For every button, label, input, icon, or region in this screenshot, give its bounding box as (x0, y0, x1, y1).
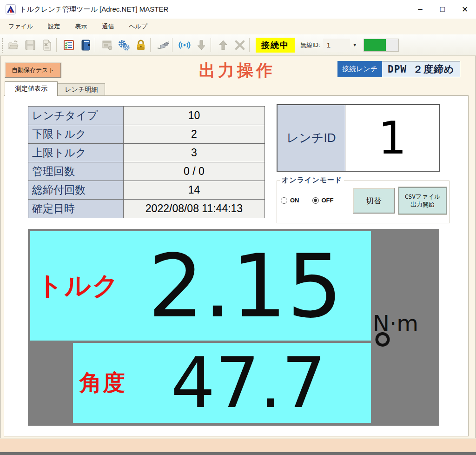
radio-on[interactable]: ON (281, 197, 299, 204)
wrench-id-value: 1 (345, 105, 439, 171)
close-button[interactable]: ✕ (454, 0, 476, 19)
toolbar-separator (150, 38, 151, 52)
toolbar-separator (95, 38, 95, 52)
minimize-button[interactable]: – (409, 0, 431, 19)
checklist-icon[interactable] (62, 38, 76, 52)
up-arrow-icon[interactable] (216, 38, 230, 52)
open-file-icon[interactable] (7, 38, 20, 52)
table-row: 管理回数 0 / 0 (28, 162, 265, 181)
serial-cable-icon[interactable] (156, 38, 170, 52)
csv-output-button-line1: CSVファイル (405, 193, 441, 201)
toolbar: 接続中 無線ID: 1 ▼ (0, 34, 476, 56)
angle-unit-label: ° (371, 328, 394, 374)
row-value: 0 / 0 (124, 162, 265, 181)
wireless-id-select[interactable]: 1 (323, 39, 350, 52)
row-label: レンチタイプ (28, 107, 124, 125)
window-controls: – □ ✕ (409, 0, 476, 19)
measurement-display-panel: トルク 2.15 角度 47.7 N·m ° (28, 229, 439, 426)
torque-label: トルク (37, 268, 119, 304)
table-row: 下限トルク 2 (28, 125, 265, 144)
row-value: 14 (124, 181, 265, 200)
radio-off-circle (312, 197, 319, 204)
signal-level-bar (364, 39, 399, 52)
tab-wrench-detail[interactable]: レンチ明細 (58, 83, 105, 96)
angle-label: 角度 (79, 368, 126, 398)
table-row: 上限トルク 3 (28, 144, 265, 162)
status-strip (0, 438, 476, 452)
radio-on-circle (281, 197, 287, 204)
online-mode-group: オンラインモード ON OFF 切替 CSVファイル 出力開始 (277, 181, 450, 223)
switch-button[interactable]: 切替 (353, 188, 395, 214)
connected-wrench: 接続レンチ DPW ２度締め (337, 61, 460, 77)
row-value: 10 (124, 107, 265, 125)
app-window: { "window": { "title": "トルクレンチ管理ツール [Adr… (0, 0, 476, 455)
save-icon[interactable] (23, 38, 37, 52)
wrench-info-table: レンチタイプ 10 下限トルク 2 上限トルク 3 管理回数 0 / 0 総締付… (28, 106, 265, 218)
menu-help[interactable]: ヘルプ (122, 20, 154, 33)
window-icon[interactable] (100, 38, 114, 52)
menu-settings[interactable]: 設定 (41, 20, 66, 33)
wireless-id-value: 1 (327, 41, 331, 49)
menu-comm[interactable]: 通信 (95, 20, 120, 33)
menu-bar: ファイル 設定 表示 通信 ヘルプ (0, 19, 476, 34)
csv-output-button[interactable]: CSVファイル 出力開始 (398, 187, 447, 214)
title-bar: トルクレンチ管理ツール [Adrec.NET] MASTER – □ ✕ (0, 0, 476, 19)
tab-measurement-display[interactable]: 測定値表示 (5, 81, 58, 96)
menu-file[interactable]: ファイル (2, 20, 40, 33)
radio-off[interactable]: OFF (312, 197, 334, 204)
lock-icon[interactable] (134, 38, 148, 52)
row-value: 2 (124, 125, 265, 144)
window-bottom-edge (0, 452, 476, 455)
toolbar-grip[interactable] (1, 38, 4, 53)
auto-save-test-button[interactable]: 自動保存テスト (5, 62, 61, 78)
row-value: 2022/08/08 11:44:13 (124, 200, 265, 218)
radio-on-label: ON (290, 197, 299, 204)
row-label: 上限トルク (28, 144, 124, 162)
csv-output-button-line2: 出力開始 (410, 201, 435, 208)
angle-display: 角度 47.7 (73, 343, 371, 423)
maximize-button[interactable]: □ (431, 0, 454, 19)
manual-book-icon[interactable] (79, 38, 93, 52)
wrench-id-label: レンチID (278, 105, 345, 171)
connection-status-badge: 接続中 (256, 38, 295, 53)
chevron-down-icon[interactable]: ▼ (353, 43, 357, 47)
wrench-id-panel: レンチID 1 (277, 104, 440, 172)
app-logo-icon (6, 4, 16, 14)
window-title: トルクレンチ管理ツール [Adrec.NET] MASTER (20, 5, 168, 14)
torque-value: 2.15 (119, 242, 371, 330)
row-value: 3 (124, 144, 265, 162)
wireless-id-label: 無線ID: (300, 41, 320, 49)
signal-level-fill (364, 39, 386, 51)
row-label: 管理回数 (28, 162, 124, 181)
disconnect-x-icon[interactable] (233, 38, 247, 52)
row-label: 確定日時 (28, 200, 124, 218)
row-label: 総締付回数 (28, 181, 124, 200)
connected-wrench-label: 接続レンチ (337, 61, 382, 77)
toolbar-separator (56, 38, 57, 52)
online-mode-title: オンラインモード (280, 176, 344, 185)
radio-off-label: OFF (322, 197, 334, 204)
page-title: 出力操作 (163, 60, 311, 81)
toolbar-separator (249, 38, 250, 52)
connected-wrench-value: DPW ２度締め (382, 61, 460, 77)
menu-view[interactable]: 表示 (68, 20, 93, 33)
wireless-icon[interactable] (178, 38, 192, 52)
angle-value: 47.7 (126, 348, 371, 418)
toolbar-separator (211, 38, 211, 52)
online-mode-radios: ON OFF (281, 197, 347, 204)
down-arrow-icon[interactable] (194, 38, 208, 52)
export-file-icon[interactable] (40, 38, 54, 52)
gears-icon[interactable] (117, 38, 131, 52)
row-label: 下限トルク (28, 125, 124, 144)
toolbar-separator (172, 38, 172, 52)
torque-display: トルク 2.15 (30, 231, 371, 341)
table-row: レンチタイプ 10 (28, 107, 265, 125)
table-row: 確定日時 2022/08/08 11:44:13 (28, 200, 265, 218)
table-row: 総締付回数 14 (28, 181, 265, 200)
